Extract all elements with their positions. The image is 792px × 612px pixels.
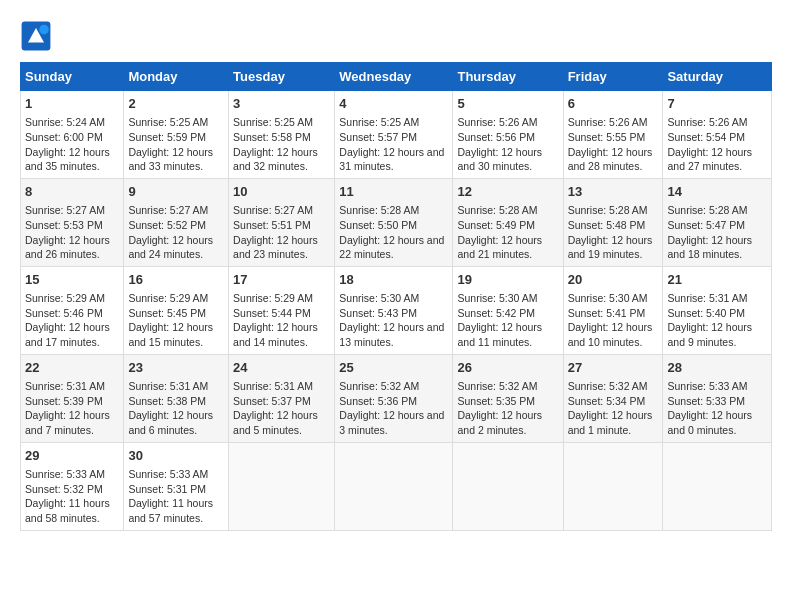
daylight-text: Daylight: 12 hours and 1 minute.: [568, 409, 653, 436]
header-cell-thursday: Thursday: [453, 63, 563, 91]
calendar-day-cell: 16Sunrise: 5:29 AMSunset: 5:45 PMDayligh…: [124, 266, 229, 354]
sunrise-text: Sunrise: 5:25 AM: [339, 116, 419, 128]
daylight-text: Daylight: 12 hours and 17 minutes.: [25, 321, 110, 348]
day-number: 19: [457, 271, 558, 289]
calendar-week-row: 29Sunrise: 5:33 AMSunset: 5:32 PMDayligh…: [21, 442, 772, 530]
sunrise-text: Sunrise: 5:32 AM: [457, 380, 537, 392]
sunrise-text: Sunrise: 5:33 AM: [128, 468, 208, 480]
sunrise-text: Sunrise: 5:27 AM: [25, 204, 105, 216]
daylight-text: Daylight: 12 hours and 2 minutes.: [457, 409, 542, 436]
day-number: 24: [233, 359, 330, 377]
sunset-text: Sunset: 5:51 PM: [233, 219, 311, 231]
daylight-text: Daylight: 12 hours and 30 minutes.: [457, 146, 542, 173]
daylight-text: Daylight: 12 hours and 22 minutes.: [339, 234, 444, 261]
day-number: 4: [339, 95, 448, 113]
sunset-text: Sunset: 5:46 PM: [25, 307, 103, 319]
sunset-text: Sunset: 5:56 PM: [457, 131, 535, 143]
calendar-day-cell: 21Sunrise: 5:31 AMSunset: 5:40 PMDayligh…: [663, 266, 772, 354]
calendar-day-cell: 2Sunrise: 5:25 AMSunset: 5:59 PMDaylight…: [124, 91, 229, 179]
calendar-day-cell: 27Sunrise: 5:32 AMSunset: 5:34 PMDayligh…: [563, 354, 663, 442]
sunrise-text: Sunrise: 5:31 AM: [233, 380, 313, 392]
sunset-text: Sunset: 5:48 PM: [568, 219, 646, 231]
sunrise-text: Sunrise: 5:31 AM: [128, 380, 208, 392]
sunset-text: Sunset: 6:00 PM: [25, 131, 103, 143]
sunset-text: Sunset: 5:39 PM: [25, 395, 103, 407]
sunset-text: Sunset: 5:44 PM: [233, 307, 311, 319]
day-number: 6: [568, 95, 659, 113]
sunset-text: Sunset: 5:31 PM: [128, 483, 206, 495]
svg-point-2: [39, 25, 49, 35]
calendar-week-row: 8Sunrise: 5:27 AMSunset: 5:53 PMDaylight…: [21, 178, 772, 266]
header-cell-wednesday: Wednesday: [335, 63, 453, 91]
sunset-text: Sunset: 5:37 PM: [233, 395, 311, 407]
sunset-text: Sunset: 5:59 PM: [128, 131, 206, 143]
daylight-text: Daylight: 12 hours and 31 minutes.: [339, 146, 444, 173]
day-number: 15: [25, 271, 119, 289]
daylight-text: Daylight: 12 hours and 7 minutes.: [25, 409, 110, 436]
daylight-text: Daylight: 12 hours and 35 minutes.: [25, 146, 110, 173]
day-number: 8: [25, 183, 119, 201]
sunrise-text: Sunrise: 5:29 AM: [233, 292, 313, 304]
sunrise-text: Sunrise: 5:26 AM: [568, 116, 648, 128]
sunrise-text: Sunrise: 5:32 AM: [568, 380, 648, 392]
daylight-text: Daylight: 12 hours and 9 minutes.: [667, 321, 752, 348]
sunset-text: Sunset: 5:54 PM: [667, 131, 745, 143]
calendar-day-cell: 1Sunrise: 5:24 AMSunset: 6:00 PMDaylight…: [21, 91, 124, 179]
calendar-day-cell: 12Sunrise: 5:28 AMSunset: 5:49 PMDayligh…: [453, 178, 563, 266]
calendar-day-cell: 17Sunrise: 5:29 AMSunset: 5:44 PMDayligh…: [229, 266, 335, 354]
sunset-text: Sunset: 5:50 PM: [339, 219, 417, 231]
page-header: [20, 20, 772, 52]
header-cell-saturday: Saturday: [663, 63, 772, 91]
calendar-day-cell: 30Sunrise: 5:33 AMSunset: 5:31 PMDayligh…: [124, 442, 229, 530]
day-number: 30: [128, 447, 224, 465]
sunset-text: Sunset: 5:52 PM: [128, 219, 206, 231]
day-number: 18: [339, 271, 448, 289]
header-cell-tuesday: Tuesday: [229, 63, 335, 91]
day-number: 25: [339, 359, 448, 377]
sunset-text: Sunset: 5:41 PM: [568, 307, 646, 319]
sunset-text: Sunset: 5:47 PM: [667, 219, 745, 231]
day-number: 13: [568, 183, 659, 201]
logo: [20, 20, 56, 52]
sunrise-text: Sunrise: 5:24 AM: [25, 116, 105, 128]
sunrise-text: Sunrise: 5:28 AM: [457, 204, 537, 216]
sunrise-text: Sunrise: 5:33 AM: [25, 468, 105, 480]
sunset-text: Sunset: 5:55 PM: [568, 131, 646, 143]
day-number: 16: [128, 271, 224, 289]
header-cell-monday: Monday: [124, 63, 229, 91]
daylight-text: Daylight: 12 hours and 24 minutes.: [128, 234, 213, 261]
daylight-text: Daylight: 12 hours and 3 minutes.: [339, 409, 444, 436]
sunrise-text: Sunrise: 5:31 AM: [25, 380, 105, 392]
sunset-text: Sunset: 5:38 PM: [128, 395, 206, 407]
sunset-text: Sunset: 5:35 PM: [457, 395, 535, 407]
sunset-text: Sunset: 5:58 PM: [233, 131, 311, 143]
day-number: 5: [457, 95, 558, 113]
sunrise-text: Sunrise: 5:30 AM: [457, 292, 537, 304]
daylight-text: Daylight: 11 hours and 58 minutes.: [25, 497, 110, 524]
calendar-day-cell: 10Sunrise: 5:27 AMSunset: 5:51 PMDayligh…: [229, 178, 335, 266]
calendar-day-cell: 20Sunrise: 5:30 AMSunset: 5:41 PMDayligh…: [563, 266, 663, 354]
sunrise-text: Sunrise: 5:25 AM: [128, 116, 208, 128]
sunrise-text: Sunrise: 5:31 AM: [667, 292, 747, 304]
calendar-day-cell: 14Sunrise: 5:28 AMSunset: 5:47 PMDayligh…: [663, 178, 772, 266]
daylight-text: Daylight: 12 hours and 26 minutes.: [25, 234, 110, 261]
day-number: 11: [339, 183, 448, 201]
day-number: 1: [25, 95, 119, 113]
daylight-text: Daylight: 12 hours and 6 minutes.: [128, 409, 213, 436]
daylight-text: Daylight: 12 hours and 5 minutes.: [233, 409, 318, 436]
daylight-text: Daylight: 12 hours and 11 minutes.: [457, 321, 542, 348]
daylight-text: Daylight: 12 hours and 0 minutes.: [667, 409, 752, 436]
calendar-day-cell: 23Sunrise: 5:31 AMSunset: 5:38 PMDayligh…: [124, 354, 229, 442]
daylight-text: Daylight: 12 hours and 32 minutes.: [233, 146, 318, 173]
calendar-week-row: 22Sunrise: 5:31 AMSunset: 5:39 PMDayligh…: [21, 354, 772, 442]
sunrise-text: Sunrise: 5:27 AM: [233, 204, 313, 216]
sunrise-text: Sunrise: 5:28 AM: [568, 204, 648, 216]
day-number: 17: [233, 271, 330, 289]
sunrise-text: Sunrise: 5:32 AM: [339, 380, 419, 392]
calendar-day-cell: 25Sunrise: 5:32 AMSunset: 5:36 PMDayligh…: [335, 354, 453, 442]
calendar-day-cell: 29Sunrise: 5:33 AMSunset: 5:32 PMDayligh…: [21, 442, 124, 530]
daylight-text: Daylight: 12 hours and 27 minutes.: [667, 146, 752, 173]
calendar-day-cell: 13Sunrise: 5:28 AMSunset: 5:48 PMDayligh…: [563, 178, 663, 266]
daylight-text: Daylight: 12 hours and 10 minutes.: [568, 321, 653, 348]
sunrise-text: Sunrise: 5:29 AM: [25, 292, 105, 304]
